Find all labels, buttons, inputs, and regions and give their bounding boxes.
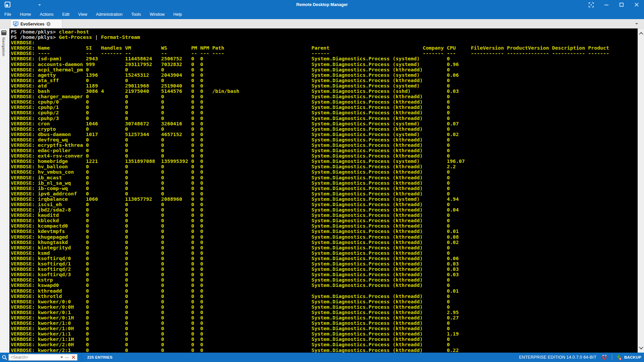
chevron-down-icon (639, 345, 643, 349)
menu-item-home[interactable]: Home (15, 9, 35, 19)
menu-item-tools[interactable]: Tools (127, 9, 145, 19)
terminal-pane[interactable]: PS /home/pklys> clear-host PS /home/pkly… (9, 28, 638, 353)
focus-mode-button[interactable] (584, 0, 599, 9)
menu-item-window[interactable]: Window (145, 9, 169, 19)
title-bar: Remote Desktop Manager (0, 0, 644, 9)
session-monitor-icon (13, 21, 18, 26)
window-controls (584, 0, 644, 9)
search-input[interactable] (9, 355, 59, 360)
navigation-panel-icon (1, 31, 6, 35)
scroll-up-button[interactable] (638, 28, 644, 39)
tab-close-icon[interactable] (46, 22, 51, 26)
tab-bar: EvoServices (0, 19, 644, 28)
menu-item-view[interactable]: View (74, 9, 92, 19)
status-divider (82, 353, 82, 362)
navigation-panel-label: Navigation (2, 37, 6, 56)
close-icon (635, 3, 639, 7)
terminal-scrollbar[interactable] (638, 28, 644, 353)
status-divider (612, 354, 612, 360)
window-title: Remote Desktop Manager (0, 2, 644, 7)
menu-item-administration[interactable]: Administration (92, 9, 127, 19)
backup-status-icon[interactable] (615, 354, 622, 361)
search-dropdown-caret-icon[interactable] (60, 357, 63, 358)
edition-label: ENTERPRISE EDITION 14.0.7.0 64-BIT (519, 355, 596, 360)
maximize-button[interactable] (614, 0, 629, 9)
search-options-icon[interactable]: ... (65, 355, 69, 359)
navigation-sidebar[interactable]: Navigation (0, 28, 8, 353)
maximize-icon (620, 3, 624, 7)
menu-bar: FileHomeActionsEditViewAdministrationToo… (0, 9, 644, 19)
tab-evoservices[interactable]: EvoServices (10, 19, 62, 28)
main-area: Navigation PS /home/pklys> clear-host PS… (0, 28, 644, 353)
minimize-icon (604, 3, 608, 7)
terminal-output: PS /home/pklys> clear-host PS /home/pkly… (11, 29, 638, 353)
remote-desktop-manager-window: Remote Desktop Manager (0, 0, 644, 362)
minimize-button[interactable] (599, 0, 614, 9)
tab-list-caret-icon[interactable] (635, 23, 638, 24)
search-icon (2, 355, 7, 360)
menu-item-help[interactable]: Help (169, 9, 186, 19)
menu-item-file[interactable]: File (0, 9, 15, 19)
search-box: ... (8, 354, 77, 361)
menu-item-edit[interactable]: Edit (58, 9, 74, 19)
tab-label: EvoServices (20, 22, 44, 26)
focus-mode-icon (588, 2, 594, 8)
search-clear-button[interactable] (72, 356, 75, 359)
scroll-down-button[interactable] (638, 343, 644, 353)
menu-item-actions[interactable]: Actions (36, 9, 58, 19)
status-bar: ... 225 ENTRIES ENTERPRISE EDITION 14.0.… (0, 353, 644, 362)
backup-label: BACKUP (624, 355, 641, 359)
magnet-icon[interactable] (601, 354, 608, 360)
clear-x-icon (72, 356, 75, 359)
close-button[interactable] (629, 0, 644, 9)
entries-count: 225 ENTRIES (87, 355, 113, 359)
status-right-cluster: ENTERPRISE EDITION 14.0.7.0 64-BIT BACKU… (519, 353, 644, 362)
chevron-up-icon (639, 32, 643, 36)
